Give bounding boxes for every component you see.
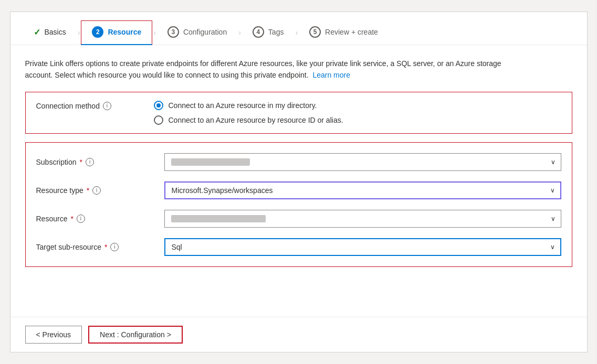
subscription-info-icon[interactable]: i xyxy=(86,158,94,166)
tab-configuration[interactable]: 3 Configuration xyxy=(157,21,237,44)
tab-configuration-label: Configuration xyxy=(183,28,227,36)
description-text: Private Link offers options to create pr… xyxy=(25,58,524,81)
previous-button[interactable]: < Previous xyxy=(25,326,82,344)
next-button[interactable]: Next : Configuration > xyxy=(88,326,183,344)
subscription-dropdown-wrapper: ∨ xyxy=(164,153,561,171)
footer: < Previous Next : Configuration > xyxy=(11,317,587,352)
connection-method-row: Connection method i Connect to an Azure … xyxy=(36,101,561,125)
resource-label: Resource * i xyxy=(36,215,152,223)
subscription-required: * xyxy=(80,158,82,166)
target-sub-resource-control: Sql ∨ xyxy=(164,238,561,256)
resource-type-required: * xyxy=(87,186,89,195)
tab-tags[interactable]: 4 Tags xyxy=(242,21,295,44)
resource-control: ∨ xyxy=(164,210,561,228)
subscription-chevron-icon: ∨ xyxy=(551,158,556,166)
tab-tags-number: 4 xyxy=(253,26,264,38)
check-icon: ✓ xyxy=(34,27,40,37)
radio-resource-id[interactable] xyxy=(154,115,163,125)
connection-method-label: Connection method i xyxy=(36,101,141,110)
tab-basics[interactable]: ✓ Basics xyxy=(23,22,77,44)
resource-type-dropdown[interactable]: Microsoft.Synapse/workspaces ∨ xyxy=(164,181,561,199)
target-sub-resource-row: Target sub-resource * i Sql ∨ xyxy=(36,238,561,256)
subscription-dropdown[interactable]: ∨ xyxy=(164,153,561,171)
radio-option-2-row[interactable]: Connect to an Azure resource by resource… xyxy=(154,115,343,125)
resource-type-dropdown-wrapper: Microsoft.Synapse/workspaces ∨ xyxy=(164,181,561,199)
tab-review-number: 5 xyxy=(309,26,321,38)
tab-tags-label: Tags xyxy=(268,28,284,36)
target-sub-resource-info-icon[interactable]: i xyxy=(110,243,119,251)
tab-configuration-number: 3 xyxy=(167,26,179,38)
subscription-label: Subscription * i xyxy=(36,158,152,166)
target-sub-resource-dropdown-wrapper: Sql ∨ xyxy=(164,238,561,256)
connection-method-box: Connection method i Connect to an Azure … xyxy=(25,92,572,134)
tab-resource[interactable]: 2 Resource xyxy=(81,20,152,45)
radio-option-1-row[interactable]: Connect to an Azure resource in my direc… xyxy=(154,101,343,110)
resource-required: * xyxy=(70,215,73,223)
main-window: ✓ Basics › 2 Resource › 3 Configuration … xyxy=(10,12,588,352)
subscription-blurred-value xyxy=(171,158,250,166)
target-sub-resource-dropdown[interactable]: Sql ∨ xyxy=(164,238,561,256)
subscription-row: Subscription * i ∨ xyxy=(36,153,561,171)
radio-directory[interactable] xyxy=(154,101,163,110)
resource-type-info-icon[interactable]: i xyxy=(92,186,101,195)
connection-method-info-icon[interactable]: i xyxy=(103,102,111,110)
tab-divider-2: › xyxy=(153,28,156,37)
tab-resource-number: 2 xyxy=(92,26,103,38)
resource-row: Resource * i ∨ xyxy=(36,210,561,228)
fields-box: Subscription * i ∨ Resource type xyxy=(25,142,572,267)
target-sub-resource-required: * xyxy=(104,243,107,251)
resource-type-chevron-icon: ∨ xyxy=(550,187,555,194)
tab-basics-label: Basics xyxy=(45,28,66,36)
resource-type-row: Resource type * i Microsoft.Synapse/work… xyxy=(36,181,561,199)
content-area: Private Link offers options to create pr… xyxy=(11,45,587,317)
radio-option-1-label: Connect to an Azure resource in my direc… xyxy=(169,101,317,110)
resource-dropdown-wrapper: ∨ xyxy=(164,210,561,228)
target-sub-resource-chevron-icon: ∨ xyxy=(550,243,555,251)
resource-dropdown[interactable]: ∨ xyxy=(164,210,561,228)
target-sub-resource-label: Target sub-resource * i xyxy=(36,243,152,251)
resource-type-label: Resource type * i xyxy=(36,186,152,195)
tab-bar: ✓ Basics › 2 Resource › 3 Configuration … xyxy=(11,12,587,45)
tab-review-label: Review + create xyxy=(325,28,378,36)
tab-resource-label: Resource xyxy=(108,28,141,36)
resource-info-icon[interactable]: i xyxy=(77,215,85,223)
tab-divider-3: › xyxy=(238,28,241,37)
tab-divider-4: › xyxy=(295,28,298,37)
resource-chevron-icon: ∨ xyxy=(551,215,556,222)
radio-option-2-label: Connect to an Azure resource by resource… xyxy=(169,116,343,124)
resource-type-control: Microsoft.Synapse/workspaces ∨ xyxy=(164,181,561,199)
resource-type-value: Microsoft.Synapse/workspaces xyxy=(172,186,273,195)
resource-blurred-value xyxy=(171,215,266,222)
radio-options: Connect to an Azure resource in my direc… xyxy=(154,101,343,125)
target-sub-resource-value: Sql xyxy=(172,243,182,251)
subscription-control: ∨ xyxy=(164,153,561,171)
learn-more-link[interactable]: Learn more xyxy=(312,71,350,79)
tab-divider-1: › xyxy=(78,28,80,37)
tab-review[interactable]: 5 Review + create xyxy=(299,21,389,44)
